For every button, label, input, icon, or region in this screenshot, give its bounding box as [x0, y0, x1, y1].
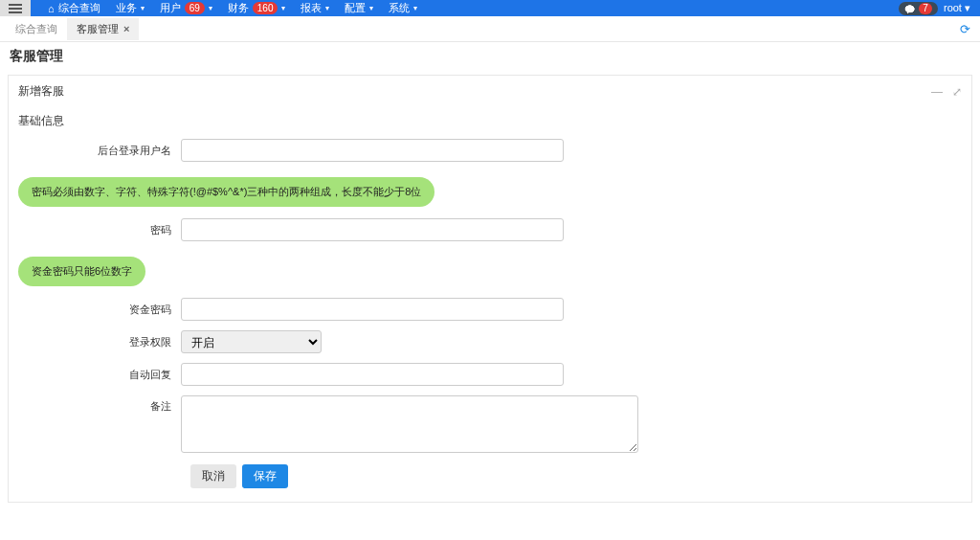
collapse-icon[interactable]: —: [931, 85, 943, 99]
chevron-down-icon: ▾: [413, 4, 417, 12]
maximize-icon[interactable]: ⤢: [952, 85, 962, 99]
top-navbar: 综合查询 业务 ▾ 用户 69 ▾ 财务 160 ▾ 报表 ▾ 配置 ▾ 系统 …: [0, 0, 980, 16]
nav-system[interactable]: 系统 ▾: [381, 1, 425, 15]
form-row-remark: 备注: [18, 395, 962, 453]
nav-label: 报表: [301, 1, 322, 15]
nav-label: 财务: [228, 1, 249, 15]
form-row-username: 后台登录用户名: [18, 139, 962, 162]
nav-finance[interactable]: 财务 160 ▾: [220, 1, 294, 15]
form-row-password: 密码: [18, 218, 962, 241]
chevron-down-icon: ▾: [281, 4, 285, 12]
tab-dashboard[interactable]: 综合查询: [6, 18, 67, 40]
chevron-down-icon: ▾: [325, 4, 329, 12]
user-name: root: [944, 2, 962, 13]
fund-password-label: 资金密码: [18, 303, 181, 317]
panel-body: 基础信息 后台登录用户名 密码必须由数字、字符、特殊字符(!@#$%^&*)三种…: [9, 107, 971, 502]
username-input[interactable]: [181, 139, 564, 162]
page-title: 客服管理: [0, 42, 980, 71]
nav-badge: 160: [253, 2, 278, 14]
nav-label: 业务: [116, 1, 137, 15]
nav-label: 配置: [345, 1, 366, 15]
password-input[interactable]: [181, 218, 564, 241]
auto-reply-input[interactable]: [181, 363, 564, 386]
nav-right: 7 root ▾: [899, 2, 980, 15]
password-label: 密码: [18, 223, 181, 237]
cancel-button[interactable]: 取消: [190, 464, 236, 488]
home-icon: [48, 3, 55, 14]
tabs-row: 综合查询 客服管理 × ⟳: [0, 16, 980, 42]
nav-label: 用户: [160, 1, 181, 15]
close-icon[interactable]: ×: [123, 23, 129, 34]
tab-label: 客服管理: [77, 22, 119, 36]
nav-left: 综合查询 业务 ▾ 用户 69 ▾ 财务 160 ▾ 报表 ▾ 配置 ▾ 系统 …: [31, 1, 425, 15]
password-tip: 密码必须由数字、字符、特殊字符(!@#$%^&*)三种中的两种组成，长度不能少于…: [18, 177, 434, 207]
nav-report[interactable]: 报表 ▾: [293, 1, 337, 15]
chevron-down-icon: ▾: [209, 4, 212, 12]
form-row-auto-reply: 自动回复: [18, 363, 962, 386]
button-row: 取消 保存: [18, 464, 962, 488]
chat-badge: 7: [919, 3, 932, 14]
panel: 新增客服 — ⤢ 基础信息 后台登录用户名 密码必须由数字、字符、特殊字符(!@…: [8, 75, 972, 503]
chat-icon: [904, 2, 915, 15]
remark-textarea[interactable]: [181, 395, 638, 453]
tab-customer-service[interactable]: 客服管理 ×: [67, 18, 139, 40]
nav-label: 综合查询: [58, 1, 100, 15]
username-label: 后台登录用户名: [18, 144, 181, 158]
fund-password-input[interactable]: [181, 298, 564, 321]
auto-reply-label: 自动回复: [18, 368, 181, 382]
refresh-icon[interactable]: ⟳: [960, 22, 974, 36]
user-menu[interactable]: root ▾: [944, 2, 970, 14]
chevron-down-icon: ▾: [965, 2, 970, 13]
chat-button[interactable]: 7: [899, 2, 938, 15]
nav-home[interactable]: 综合查询: [40, 1, 108, 15]
chevron-down-icon: ▾: [369, 4, 373, 12]
save-button[interactable]: 保存: [242, 464, 288, 488]
login-perm-select[interactable]: 开启: [181, 330, 322, 353]
fund-password-tip: 资金密码只能6位数字: [18, 257, 145, 286]
form-row-login-perm: 登录权限 开启: [18, 330, 962, 353]
nav-label: 系统: [389, 1, 410, 15]
panel-header: 新增客服 — ⤢: [9, 76, 971, 107]
nav-business[interactable]: 业务 ▾: [108, 1, 152, 15]
nav-user[interactable]: 用户 69 ▾: [152, 1, 220, 15]
menu-toggle-icon[interactable]: [0, 0, 31, 16]
tab-label: 综合查询: [15, 22, 57, 36]
nav-badge: 69: [185, 2, 205, 14]
chevron-down-icon: ▾: [141, 4, 145, 12]
nav-config[interactable]: 配置 ▾: [337, 1, 381, 15]
panel-tools: — ⤢: [931, 85, 962, 99]
form-row-fund-password: 资金密码: [18, 298, 962, 321]
login-perm-label: 登录权限: [18, 335, 181, 349]
section-header: 基础信息: [18, 107, 962, 139]
panel-title: 新增客服: [18, 83, 64, 100]
remark-label: 备注: [18, 395, 181, 414]
